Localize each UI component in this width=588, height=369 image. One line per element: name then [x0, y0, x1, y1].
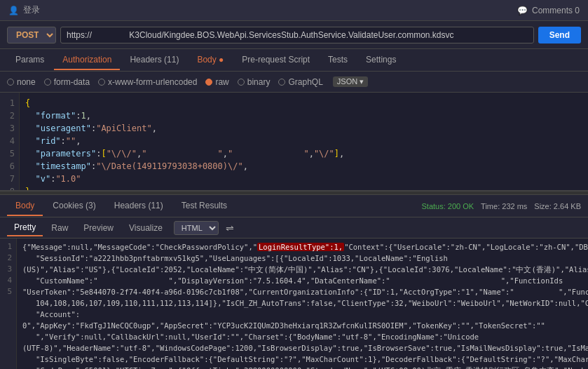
view-visualize[interactable]: Visualize — [122, 220, 170, 236]
format-select[interactable]: HTML JSON Text — [174, 221, 219, 235]
url-bar: POST Send — [0, 21, 588, 49]
option-urlencoded[interactable]: x-www-form-urlencoded — [98, 77, 197, 87]
top-bar: 👤 登录 💬 Comments 0 — [0, 0, 588, 21]
url-input[interactable] — [60, 27, 534, 43]
tab-body-resp[interactable]: Body — [7, 196, 43, 216]
tab-authorization[interactable]: Authorization — [54, 51, 120, 70]
tab-body[interactable]: Body ● — [189, 51, 232, 70]
resp-line-numbers: 12345 — [0, 239, 17, 369]
tab-pre-request[interactable]: Pre-request Script — [233, 51, 318, 70]
resp-content[interactable]: {"Message":null,"MessageCode":"CheckPass… — [17, 239, 588, 369]
resp-line-5: (UTF-8)","HeaderName":"utf-8","WindowsCo… — [22, 344, 588, 369]
comment-icon: 💬 — [517, 6, 528, 15]
resp-line-3: "UserToken":"5e844070-2f74-40f4-a96d-019… — [22, 288, 588, 318]
response-area: 12345 {"Message":null,"MessageCode":"Che… — [0, 239, 588, 369]
option-raw[interactable]: raw — [205, 77, 228, 87]
option-binary[interactable]: binary — [238, 77, 271, 87]
top-bar-right: 💬 Comments 0 — [517, 6, 580, 15]
json-badge[interactable]: JSON ▾ — [333, 76, 368, 87]
editor-area: 12345678 { "format":1, "useragent":"ApiC… — [0, 93, 588, 191]
tab-headers-resp[interactable]: Headers (11) — [106, 196, 172, 216]
time-value: Time: 232 ms — [481, 202, 527, 210]
tab-test-results[interactable]: Test Results — [173, 196, 235, 216]
status-badge: Status: 200 OK — [422, 202, 474, 210]
tab-tests[interactable]: Tests — [320, 51, 356, 70]
login-icon: 👤 — [8, 6, 19, 15]
resp-line-2: (US)","Alias":"US"},{"LocaleId":2052,"Lo… — [22, 265, 588, 285]
option-none[interactable]: none — [7, 77, 36, 87]
code-content[interactable]: { "format":1, "useragent":"ApiClient", "… — [20, 93, 588, 190]
view-pretty[interactable]: Pretty — [7, 220, 43, 236]
top-bar-left: 👤 登录 — [8, 4, 40, 16]
send-button[interactable]: Send — [538, 27, 581, 43]
option-form-data[interactable]: form-data — [44, 77, 90, 87]
method-select[interactable]: POST — [7, 27, 56, 43]
line-numbers: 12345678 — [0, 93, 20, 190]
response-view-tabs: Pretty Raw Preview Visualize HTML JSON T… — [0, 217, 588, 239]
body-options: none form-data x-www-form-urlencoded raw… — [0, 72, 588, 93]
tab-headers[interactable]: Headers (11) — [121, 51, 187, 70]
resp-line-1: {"Message":null,"MessageCode":"CheckPass… — [22, 243, 588, 262]
response-tabs-left: Body Cookies (3) Headers (11) Test Resul… — [7, 196, 235, 216]
option-graphql[interactable]: GraphQL — [278, 77, 322, 87]
comments-label[interactable]: Comments 0 — [532, 6, 580, 15]
response-tabs-row: Body Cookies (3) Headers (11) Test Resul… — [0, 195, 588, 217]
tab-settings[interactable]: Settings — [357, 51, 404, 70]
tab-params[interactable]: Params — [7, 51, 53, 70]
tabs-row: Params Authorization Headers (11) Body ●… — [0, 49, 588, 72]
resp-line-4: 0","AppKey":"FkdTgJ1NeCQC0ugp","AppSecre… — [22, 321, 545, 341]
wrap-icon[interactable]: ⇌ — [226, 222, 234, 234]
size-value: Size: 2.64 KB — [534, 202, 581, 210]
view-raw[interactable]: Raw — [44, 220, 75, 236]
tab-cookies[interactable]: Cookies (3) — [44, 196, 104, 216]
view-preview[interactable]: Preview — [76, 220, 121, 236]
login-label[interactable]: 登录 — [23, 4, 40, 16]
response-tabs-right: Status: 200 OK Time: 232 ms Size: 2.64 K… — [422, 202, 582, 210]
